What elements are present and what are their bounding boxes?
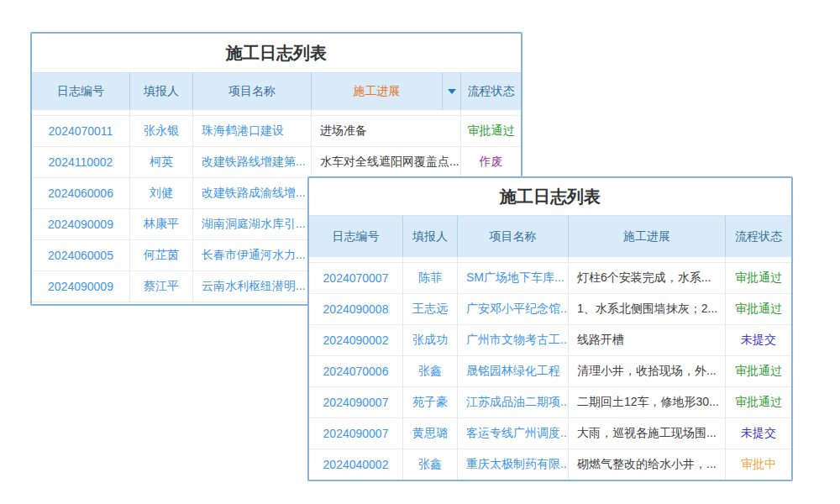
project-name: 广安邓小平纪念馆... (458, 294, 569, 324)
col-header-progress[interactable]: 施工进展 (569, 216, 726, 257)
progress: 清理小井，收拾现场，外... (569, 356, 726, 386)
status-badge: 审批通过 (726, 387, 791, 417)
log-id[interactable]: 2024090007 (309, 418, 403, 449)
progress: 砌燃气整改的给水小井，... (569, 449, 726, 480)
progress: 灯柱6个安装完成，水系... (569, 263, 726, 293)
status-badge: 审批中 (726, 449, 791, 480)
reporter: 何芷茵 (130, 240, 193, 270)
table-row[interactable]: 2024070011 张永银 珠海鹤港口建设 进场准备 审批通过 (32, 116, 521, 147)
reporter: 张永银 (130, 116, 193, 146)
progress: 线路开槽 (569, 325, 726, 355)
project-name: 客运专线广州调度... (458, 418, 569, 449)
table-row[interactable]: 2024070007 陈菲 SM广场地下车库... 灯柱6个安装完成，水系...… (309, 263, 791, 294)
table-body: 2024070007 陈菲 SM广场地下车库... 灯柱6个安装完成，水系...… (309, 257, 791, 480)
log-id[interactable]: 2024040002 (309, 449, 403, 480)
col-header-sort-cell[interactable] (443, 73, 461, 110)
status-badge: 审批通过 (726, 294, 791, 324)
table-title: 施工日志列表 (32, 34, 521, 73)
col-header-log-id[interactable]: 日志编号 (32, 73, 130, 110)
table-row[interactable]: 2024040002 张鑫 重庆太极制药有限... 砌燃气整改的给水小井，...… (309, 449, 791, 480)
table-row[interactable]: 2024070006 张鑫 晟铭园林绿化工程 清理小井，收拾现场，外... 审批… (309, 356, 791, 387)
log-id[interactable]: 2024090008 (309, 294, 403, 324)
project-name: 江苏成品油二期项... (458, 387, 569, 417)
status-badge: 审批通过 (461, 116, 521, 146)
table-header: 日志编号 填报人 项目名称 施工进展 流程状态 (309, 216, 791, 257)
progress: 进场准备 (312, 116, 461, 146)
log-id[interactable]: 2024060005 (32, 240, 130, 270)
project-name: 重庆太极制药有限... (458, 449, 569, 480)
project-name: 湖南洞庭湖水库引... (193, 209, 312, 239)
reporter: 王志远 (403, 294, 458, 324)
col-header-log-id[interactable]: 日志编号 (309, 216, 403, 257)
progress: 水车对全线遮阳网覆盖点... (312, 147, 461, 177)
project-name: 广州市文物考古工... (458, 325, 569, 355)
project-name: 改建铁路成渝线增... (193, 178, 312, 208)
progress: 二期回土12车，修地形30... (569, 387, 726, 417)
status-badge: 未提交 (726, 325, 791, 355)
progress: 大雨，巡视各施工现场围... (569, 418, 726, 449)
log-id[interactable]: 2024090002 (309, 325, 403, 355)
table-row[interactable]: 2024090002 张成功 广州市文物考古工... 线路开槽 未提交 (309, 325, 791, 356)
table-header: 日志编号 填报人 项目名称 施工进展 流程状态 (32, 73, 521, 110)
log-id[interactable]: 2024060006 (32, 178, 130, 208)
reporter: 张鑫 (403, 449, 458, 480)
table-title: 施工日志列表 (309, 178, 791, 216)
project-name: 珠海鹤港口建设 (193, 116, 312, 146)
reporter: 黄思璐 (403, 418, 458, 449)
status-badge: 未提交 (726, 418, 791, 449)
col-header-status[interactable]: 流程状态 (726, 216, 791, 257)
reporter: 张成功 (403, 325, 458, 355)
chevron-down-icon[interactable] (448, 89, 456, 94)
reporter: 苑子豪 (403, 387, 458, 417)
table-row[interactable]: 2024090007 苑子豪 江苏成品油二期项... 二期回土12车，修地形30… (309, 387, 791, 418)
col-header-project[interactable]: 项目名称 (193, 73, 312, 110)
reporter: 陈菲 (403, 263, 458, 293)
project-name: SM广场地下车库... (458, 263, 569, 293)
project-name: 长春市伊通河水力... (193, 240, 312, 270)
log-id[interactable]: 2024070007 (309, 263, 403, 293)
reporter: 刘健 (130, 178, 193, 208)
project-name: 云南水利枢纽潜明... (193, 271, 312, 302)
log-id[interactable]: 2024110002 (32, 147, 130, 177)
log-id[interactable]: 2024090007 (309, 387, 403, 417)
log-id[interactable]: 2024070006 (309, 356, 403, 386)
col-header-project[interactable]: 项目名称 (458, 216, 569, 257)
log-id[interactable]: 2024070011 (32, 116, 130, 146)
status-badge: 作废 (461, 147, 521, 177)
log-id[interactable]: 2024090009 (32, 271, 130, 302)
log-id[interactable]: 2024090009 (32, 209, 130, 239)
col-header-progress[interactable]: 施工进展 (312, 73, 443, 110)
reporter: 林康平 (130, 209, 193, 239)
reporter: 柯英 (130, 147, 193, 177)
partial-row (309, 257, 791, 263)
project-name: 晟铭园林绿化工程 (458, 356, 569, 386)
project-name: 改建铁路线增建第... (193, 147, 312, 177)
status-badge: 审批通过 (726, 356, 791, 386)
col-header-reporter[interactable]: 填报人 (130, 73, 193, 110)
table-row[interactable]: 2024090007 黄思璐 客运专线广州调度... 大雨，巡视各施工现场围..… (309, 418, 791, 449)
progress: 1、水系北侧围墙抹灰；2... (569, 294, 726, 324)
construction-log-table-2: 施工日志列表 日志编号 填报人 项目名称 施工进展 流程状态 202407000… (307, 176, 793, 481)
status-badge: 审批通过 (726, 263, 791, 293)
table-row[interactable]: 2024090008 王志远 广安邓小平纪念馆... 1、水系北侧围墙抹灰；2.… (309, 294, 791, 325)
table-row[interactable]: 2024110002 柯英 改建铁路线增建第... 水车对全线遮阳网覆盖点...… (32, 147, 521, 178)
reporter: 张鑫 (403, 356, 458, 386)
reporter: 蔡江平 (130, 271, 193, 302)
col-header-status[interactable]: 流程状态 (461, 73, 521, 110)
col-header-reporter[interactable]: 填报人 (403, 216, 458, 257)
partial-row (32, 110, 521, 116)
